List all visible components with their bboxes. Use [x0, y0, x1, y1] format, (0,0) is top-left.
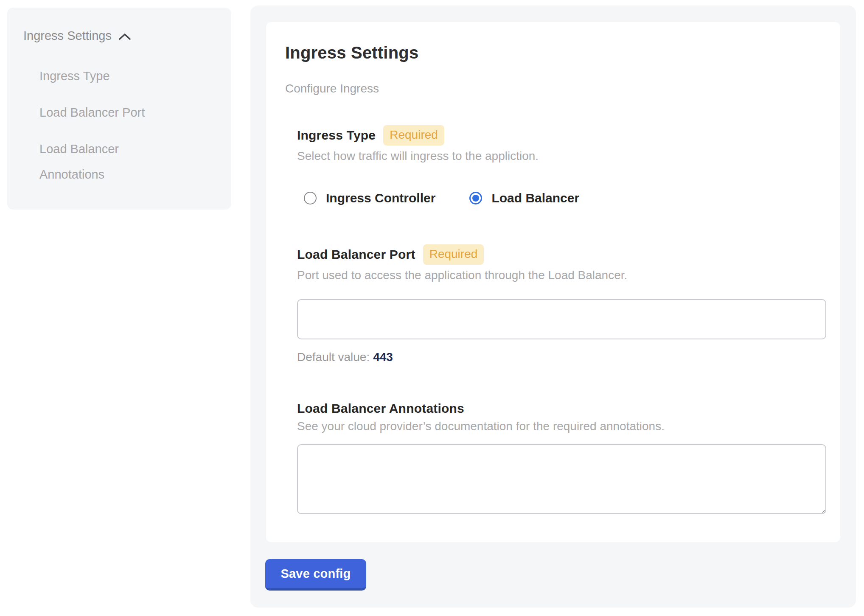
radio-option-load-balancer[interactable]: Load Balancer — [469, 191, 579, 205]
load-balancer-port-label: Load Balancer Port — [297, 247, 415, 262]
field-load-balancer-port: Load Balancer Port Required Port used to… — [297, 244, 823, 364]
ingress-settings-card: Ingress Settings Configure Ingress Ingre… — [266, 22, 840, 542]
load-balancer-port-input[interactable] — [297, 299, 826, 339]
ingress-type-radio-group: Ingress Controller Load Balancer — [304, 191, 823, 205]
radio-button-load-balancer[interactable] — [469, 192, 482, 204]
sidebar-subitems: Ingress Type Load Balancer Port Load Bal… — [23, 63, 219, 187]
required-badge: Required — [423, 244, 484, 265]
page-title: Ingress Settings — [285, 43, 823, 62]
chevron-up-icon — [118, 33, 131, 41]
ingress-type-description: Select how traffic will ingress to the a… — [297, 149, 823, 163]
sidebar-item-load-balancer-annotations[interactable]: Load Balancer Annotations — [39, 136, 148, 187]
load-balancer-annotations-textarea[interactable] — [297, 444, 826, 514]
sidebar-item-ingress-settings[interactable]: Ingress Settings — [23, 29, 219, 43]
default-value-line: Default value:443 — [297, 350, 823, 364]
radio-button-ingress-controller[interactable] — [304, 192, 317, 204]
ingress-settings-panel: Ingress Settings Configure Ingress Ingre… — [250, 6, 856, 608]
default-value-label: Default value: — [297, 350, 370, 364]
ingress-type-label-row: Ingress Type Required — [297, 125, 823, 146]
settings-nav-sidebar: Ingress Settings Ingress Type Load Balan… — [7, 8, 231, 210]
sidebar-item-ingress-type[interactable]: Ingress Type — [39, 63, 148, 89]
required-badge: Required — [383, 125, 444, 146]
field-load-balancer-annotations: Load Balancer Annotations See your cloud… — [297, 401, 823, 514]
ingress-type-label: Ingress Type — [297, 128, 376, 143]
load-balancer-port-description: Port used to access the application thro… — [297, 269, 823, 282]
sidebar-item-load-balancer-port[interactable]: Load Balancer Port — [39, 100, 148, 125]
load-balancer-annotations-description: See your cloud provider’s documentation … — [297, 420, 823, 433]
default-value-number: 443 — [373, 350, 393, 364]
load-balancer-annotations-label: Load Balancer Annotations — [297, 401, 823, 416]
radio-label-ingress-controller: Ingress Controller — [326, 191, 435, 205]
load-balancer-port-label-row: Load Balancer Port Required — [297, 244, 823, 265]
sidebar-header-label: Ingress Settings — [23, 29, 112, 43]
form-fields: Ingress Type Required Select how traffic… — [297, 125, 823, 514]
radio-option-ingress-controller[interactable]: Ingress Controller — [304, 191, 435, 205]
save-config-button[interactable]: Save config — [265, 559, 366, 591]
field-ingress-type: Ingress Type Required Select how traffic… — [297, 125, 823, 205]
radio-label-load-balancer: Load Balancer — [491, 191, 579, 205]
page-subtitle: Configure Ingress — [285, 82, 823, 95]
